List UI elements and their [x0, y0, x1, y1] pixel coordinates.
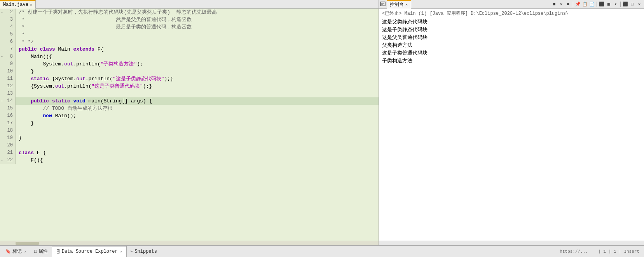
- tab-shu-xing-label: 属性: [38, 248, 48, 255]
- code-line: 9 System.out.println("子类构造方法");: [0, 60, 379, 68]
- console-tab[interactable]: 控制台 ✕: [387, 0, 411, 9]
- line-number: 17: [0, 120, 16, 127]
- remove-button[interactable]: ✕: [558, 1, 564, 7]
- scroll-lock-button[interactable]: ⬛: [599, 1, 605, 7]
- bookmark-icon: 🔖: [5, 249, 11, 254]
- line-code: Main(){: [16, 53, 379, 60]
- fold-icon[interactable]: -: [1, 97, 3, 105]
- line-code: * */: [16, 38, 379, 46]
- separator: [597, 2, 597, 7]
- status-text: https://... | 1 | 1 | Insert: [560, 249, 639, 254]
- console-output-line: 这是父类普通代码块: [382, 34, 641, 42]
- line-number: 13: [0, 90, 16, 97]
- close-icon[interactable]: ✕: [30, 2, 32, 7]
- console-tab-close-icon[interactable]: ✕: [405, 2, 408, 7]
- stop-button[interactable]: ■: [551, 1, 557, 7]
- open-console-button[interactable]: ▾: [613, 1, 619, 7]
- line-code: }: [16, 120, 379, 127]
- editor-content[interactable]: -2 /* 创建一个子类对象时，先执行静态的代码块(先是父类然后子类) 静态的优…: [0, 9, 379, 241]
- code-line: 3 * 然后是父类的普通代码，构造函数: [0, 16, 379, 23]
- fold-icon[interactable]: -: [1, 53, 3, 60]
- code-line: 5 *: [0, 31, 379, 38]
- editor-tab-bar: Main.java ✕: [0, 0, 379, 9]
- line-number: -14: [0, 97, 16, 105]
- editor-tab-main[interactable]: Main.java ✕: [0, 0, 36, 9]
- tab-biao-ji-label: 标记: [12, 248, 22, 255]
- remove-all-button[interactable]: ✖: [565, 1, 571, 7]
- line-number: 18: [0, 127, 16, 134]
- console-output-line: 这是子类普通代码块: [382, 49, 641, 57]
- tab-biao-ji-close[interactable]: ✕: [24, 249, 26, 254]
- pin-button[interactable]: 📌: [575, 1, 581, 7]
- line-code: {System.out.println("这是子类普通代码块");}: [16, 83, 379, 90]
- bottom-tab-bar: 🔖 标记 ✕ □ 属性 🗄 Data Source Explorer ✕ ✂ S…: [0, 245, 644, 257]
- line-code: public static void main(String[] args) {: [16, 97, 379, 105]
- tab-shu-xing[interactable]: □ 属性: [30, 246, 52, 257]
- console-output-line: 父类构造方法: [382, 42, 641, 49]
- editor-tab-label: Main.java: [3, 2, 28, 7]
- line-code: }: [16, 134, 379, 142]
- line-code: }: [16, 68, 379, 75]
- fold-icon[interactable]: -: [1, 157, 3, 164]
- line-number: 19: [0, 134, 16, 142]
- console-toolbar: ■ ✕ ✖ 📌 📋 📄 ⬛ ▦ ▾ ⬛ □ ✕: [551, 1, 644, 7]
- tab-snippets[interactable]: ✂ Snippets: [127, 246, 161, 257]
- console-tab-left: 控制台 ✕: [379, 0, 411, 9]
- line-code: * 最后是子类的普通代码，构造函数: [16, 23, 379, 31]
- line-number: 7: [0, 46, 16, 53]
- properties-icon: □: [34, 249, 37, 254]
- line-number: 15: [0, 105, 16, 112]
- line-number: 10: [0, 68, 16, 75]
- tab-data-source[interactable]: 🗄 Data Source Explorer ✕: [52, 246, 127, 257]
- line-code: [16, 127, 379, 134]
- line-number: 3: [0, 16, 16, 23]
- tab-data-source-label: Data Source Explorer: [62, 249, 118, 254]
- console-panel: 控制台 ✕ ■ ✕ ✖ 📌 📋 📄 ⬛ ▦ ▾ ⬛ □ ✕: [379, 0, 644, 245]
- hscroll-thumb[interactable]: [16, 242, 39, 245]
- close-console-button[interactable]: ✕: [636, 1, 642, 7]
- line-number: -2: [0, 9, 16, 16]
- code-line: 6 * */: [0, 38, 379, 46]
- line-code: *: [16, 31, 379, 38]
- console-icon: [380, 1, 386, 7]
- word-wrap-button[interactable]: ▦: [606, 1, 612, 7]
- code-line: -8 Main(){: [0, 53, 379, 60]
- code-line: 4 * 最后是子类的普通代码，构造函数: [0, 23, 379, 31]
- console-output-line: 这是父类静态代码块: [382, 18, 641, 26]
- console-content: <已终止> Main (1) [Java 应用程序] D:\Eclipse_20…: [379, 9, 644, 241]
- fold-icon[interactable]: -: [1, 9, 3, 16]
- minimize-button[interactable]: ⬛: [622, 1, 628, 7]
- line-code: [16, 142, 379, 149]
- code-line: -22 F(){: [0, 157, 379, 164]
- line-code: * 然后是父类的普通代码，构造函数: [16, 16, 379, 23]
- line-code: static {System.out.println("这是子类静态代码块");…: [16, 75, 379, 83]
- code-line: 15 // TODO 自动生成的方法存根: [0, 105, 379, 112]
- code-line: 7 public class Main extends F{: [0, 46, 379, 53]
- line-code: F(){: [16, 157, 379, 164]
- line-code: public class Main extends F{: [16, 46, 379, 53]
- line-code: new Main();: [16, 112, 379, 120]
- console-output-line: 这是子类静态代码块: [382, 26, 641, 34]
- line-number: 5: [0, 31, 16, 38]
- line-number: -22: [0, 157, 16, 164]
- tab-biao-ji[interactable]: 🔖 标记 ✕: [2, 246, 30, 257]
- line-code: // TODO 自动生成的方法存根: [16, 105, 379, 112]
- code-line: 12 {System.out.println("这是子类普通代码块");}: [0, 83, 379, 90]
- tab-data-source-close[interactable]: ✕: [120, 249, 122, 254]
- maximize-button[interactable]: □: [629, 1, 635, 7]
- main-area: Main.java ✕ -2 /* 创建一个子类对象时，先执行静态的代码块(先是…: [0, 0, 644, 245]
- code-line: 19 }: [0, 134, 379, 142]
- separator: [573, 2, 573, 7]
- paste-button[interactable]: 📄: [589, 1, 595, 7]
- editor-hscroll[interactable]: [0, 241, 379, 245]
- console-hscroll[interactable]: [379, 241, 644, 245]
- copy-button[interactable]: 📋: [582, 1, 588, 7]
- line-code: class F {: [16, 149, 379, 157]
- line-number: 21: [0, 149, 16, 157]
- line-code: [16, 90, 379, 97]
- console-header: <已终止> Main (1) [Java 应用程序] D:\Eclipse_20…: [382, 10, 641, 17]
- editor-panel: Main.java ✕ -2 /* 创建一个子类对象时，先执行静态的代码块(先是…: [0, 0, 379, 245]
- code-line: 11 static {System.out.println("这是子类静态代码块…: [0, 75, 379, 83]
- console-tab-label: 控制台: [390, 1, 404, 8]
- console-output-line: 子类构造方法: [382, 57, 641, 65]
